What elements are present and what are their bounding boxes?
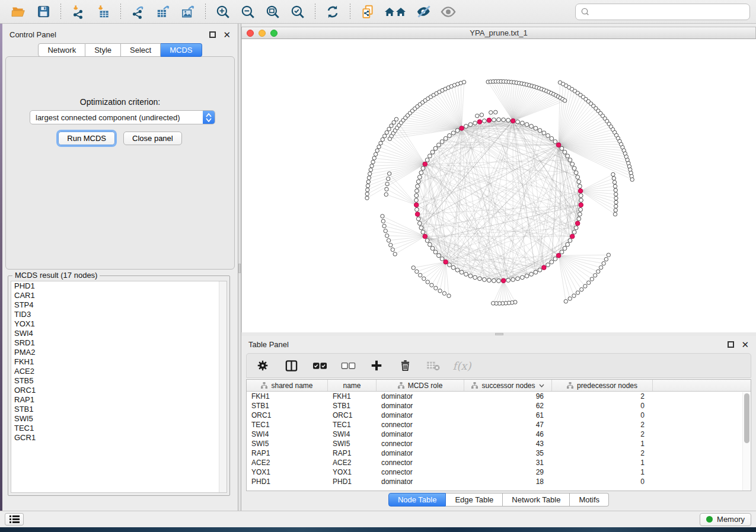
mcds-result-item[interactable]: SWI4 — [11, 329, 227, 338]
graph-node[interactable] — [550, 136, 554, 140]
graph-node[interactable] — [572, 166, 576, 171]
graph-node[interactable] — [440, 140, 444, 144]
mcds-result-list[interactable]: PHD1CAR1STP4TID3YOX1SWI4SRD1PMA2FKH1ACE2… — [11, 281, 227, 493]
graph-node[interactable] — [487, 278, 491, 283]
graph-node[interactable] — [520, 121, 524, 125]
graph-node[interactable] — [451, 265, 455, 270]
mcds-result-item[interactable]: SWI5 — [11, 414, 227, 424]
graph-node[interactable] — [476, 114, 479, 117]
graph-node[interactable] — [462, 80, 465, 84]
graph-node[interactable] — [590, 277, 594, 281]
table-row[interactable]: ACE2ACE2connector311 — [247, 458, 751, 467]
mcds-result-item[interactable]: ACE2 — [11, 367, 227, 376]
graph-node[interactable] — [416, 217, 420, 221]
graph-node[interactable] — [596, 270, 600, 273]
float-panel-icon[interactable] — [209, 31, 216, 38]
mcds-result-item[interactable]: RAP1 — [11, 395, 227, 405]
graph-node[interactable] — [430, 283, 433, 287]
graph-node[interactable] — [489, 111, 493, 114]
network-graph[interactable] — [242, 39, 756, 332]
graph-node[interactable] — [525, 123, 529, 127]
graph-node[interactable] — [493, 110, 497, 114]
graph-node[interactable] — [614, 196, 618, 200]
graph-node[interactable] — [421, 166, 425, 171]
tab-edge-table[interactable]: Edge Table — [446, 493, 503, 507]
graph-node[interactable] — [455, 268, 460, 272]
graph-node[interactable] — [572, 294, 576, 297]
graph-node[interactable] — [542, 131, 546, 135]
mcds-result-item[interactable]: PHD1 — [11, 281, 227, 291]
graph-node[interactable] — [516, 120, 520, 124]
close-panel-icon[interactable]: ✕ — [741, 341, 749, 348]
graph-node[interactable] — [444, 136, 448, 140]
zoom-selected-button[interactable] — [288, 2, 308, 21]
home-layout-button[interactable] — [382, 2, 409, 21]
graph-node[interactable] — [433, 250, 438, 254]
graph-node[interactable] — [419, 226, 423, 230]
graph-node[interactable] — [379, 141, 382, 145]
graph-node[interactable] — [502, 118, 506, 122]
graph-node[interactable] — [365, 196, 369, 200]
graph-node[interactable] — [614, 209, 617, 212]
graph-node[interactable] — [478, 277, 482, 281]
graph-node[interactable] — [550, 260, 554, 264]
graph-node[interactable] — [468, 123, 473, 127]
zoom-in-button[interactable] — [213, 2, 233, 21]
tab-style[interactable]: Style — [85, 43, 121, 57]
graph-node[interactable] — [534, 126, 538, 130]
graph-node[interactable] — [370, 164, 374, 168]
export-table-button[interactable] — [153, 2, 173, 21]
refresh-button[interactable] — [323, 2, 343, 21]
mcds-result-item[interactable]: TID3 — [11, 310, 227, 319]
graph-node[interactable] — [480, 113, 483, 117]
graph-node[interactable] — [578, 184, 582, 188]
graph-node[interactable] — [468, 274, 473, 278]
memory-button[interactable]: Memory — [700, 513, 751, 526]
graph-node[interactable] — [384, 229, 387, 233]
graph-node[interactable] — [391, 248, 394, 251]
graph-mcds-node[interactable] — [414, 203, 419, 207]
graph-node[interactable] — [382, 134, 386, 137]
graph-node[interactable] — [428, 242, 432, 246]
graph-node[interactable] — [385, 187, 388, 191]
graph-node[interactable] — [448, 134, 452, 138]
graph-node[interactable] — [434, 286, 438, 290]
graph-node[interactable] — [387, 172, 391, 175]
graph-node[interactable] — [506, 278, 511, 283]
graph-node[interactable] — [497, 279, 501, 283]
graph-mcds-node[interactable] — [556, 254, 561, 258]
graph-node[interactable] — [560, 146, 564, 150]
graph-node[interactable] — [611, 172, 615, 176]
graph-mcds-node[interactable] — [444, 259, 448, 264]
graph-node[interactable] — [566, 154, 570, 158]
graph-node[interactable] — [570, 162, 575, 166]
graph-node[interactable] — [577, 180, 581, 184]
graph-node[interactable] — [529, 272, 534, 276]
table-row[interactable]: RAP1RAP1dominator352 — [247, 448, 751, 458]
graph-mcds-node[interactable] — [570, 234, 575, 239]
graph-node[interactable] — [612, 177, 615, 180]
graph-node[interactable] — [614, 200, 618, 204]
graph-mcds-node[interactable] — [578, 188, 583, 193]
graph-node[interactable] — [385, 182, 389, 185]
graph-node[interactable] — [574, 171, 578, 175]
graph-node[interactable] — [430, 150, 435, 154]
graph-node[interactable] — [416, 180, 420, 184]
graph-node[interactable] — [418, 273, 422, 277]
graph-node[interactable] — [377, 145, 381, 149]
graph-node[interactable] — [614, 193, 618, 196]
scrollbar-thumb[interactable] — [744, 393, 749, 443]
graph-node[interactable] — [593, 274, 596, 277]
graph-mcds-node[interactable] — [556, 143, 561, 148]
mcds-result-item[interactable]: SRD1 — [11, 338, 227, 348]
mcds-result-item[interactable]: CAR1 — [11, 291, 227, 300]
network-canvas[interactable] — [241, 39, 756, 332]
tab-node-table[interactable]: Node Table — [388, 493, 446, 507]
graph-node[interactable] — [491, 302, 495, 305]
graph-node[interactable] — [604, 257, 608, 261]
graph-node[interactable] — [433, 146, 438, 150]
graph-node[interactable] — [553, 257, 557, 261]
graph-node[interactable] — [374, 152, 377, 156]
graph-node[interactable] — [563, 150, 567, 154]
graph-mcds-node[interactable] — [579, 203, 583, 207]
